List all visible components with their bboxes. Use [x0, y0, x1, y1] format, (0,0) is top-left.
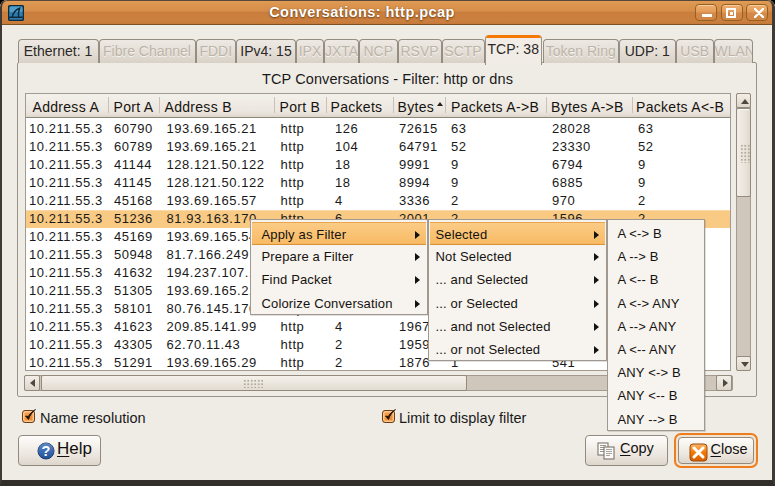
svg-text:?: ? [42, 443, 51, 459]
